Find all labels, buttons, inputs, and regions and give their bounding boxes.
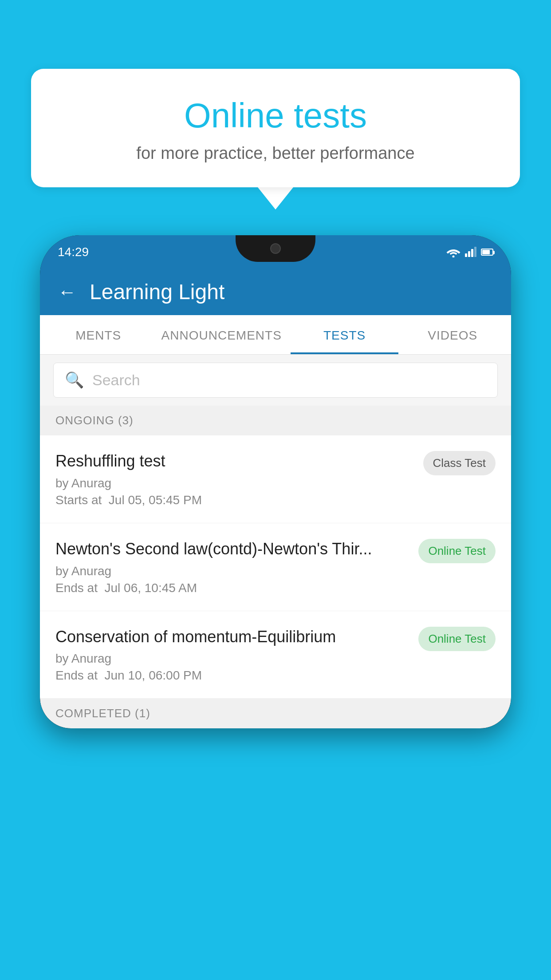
tab-ments[interactable]: MENTS <box>44 315 153 354</box>
test-name-reshuffling: Reshuffling test <box>55 451 414 472</box>
speech-bubble-card: Online tests for more practice, better p… <box>31 69 520 187</box>
test-badge-conservation: Online Test <box>418 627 496 651</box>
test-info-newtons: Newton's Second law(contd)-Newton's Thir… <box>55 539 409 595</box>
test-by-conservation: by Anurag <box>55 652 409 666</box>
back-button[interactable]: ← <box>58 281 76 303</box>
test-item-reshuffling[interactable]: Reshuffling test by Anurag Starts at Jul… <box>40 435 511 523</box>
speech-bubble-arrow <box>258 187 293 209</box>
test-info-reshuffling: Reshuffling test by Anurag Starts at Jul… <box>55 451 414 507</box>
tab-announcements[interactable]: ANNOUNCEMENTS <box>153 315 291 354</box>
search-input-box[interactable]: 🔍 Search <box>53 363 498 398</box>
test-badge-reshuffling: Class Test <box>423 451 496 475</box>
test-badge-newtons: Online Test <box>418 539 496 563</box>
speech-bubble-subtitle: for more practice, better performance <box>58 144 493 163</box>
status-time: 14:29 <box>58 245 89 259</box>
test-name-newtons: Newton's Second law(contd)-Newton's Thir… <box>55 539 409 560</box>
test-item-newtons[interactable]: Newton's Second law(contd)-Newton's Thir… <box>40 523 511 611</box>
search-placeholder: Search <box>92 371 140 389</box>
phone-mockup: 14:29 <box>40 235 511 980</box>
battery-icon <box>481 249 493 256</box>
phone-frame: 14:29 <box>40 235 511 728</box>
test-time-conservation: Ends at Jun 10, 06:00 PM <box>55 668 409 683</box>
test-item-conservation[interactable]: Conservation of momentum-Equilibrium by … <box>40 611 511 699</box>
svg-point-0 <box>453 255 455 257</box>
tab-videos[interactable]: VIDEOS <box>398 315 507 354</box>
tabs-bar: MENTS ANNOUNCEMENTS TESTS VIDEOS <box>40 315 511 355</box>
status-icons <box>446 247 493 257</box>
signal-icon <box>465 247 476 257</box>
test-info-conservation: Conservation of momentum-Equilibrium by … <box>55 627 409 683</box>
test-time-newtons: Ends at Jul 06, 10:45 AM <box>55 581 409 595</box>
status-bar: 14:29 <box>40 235 511 269</box>
speech-bubble-title: Online tests <box>58 95 493 136</box>
ongoing-section-header: ONGOING (3) <box>40 406 511 435</box>
search-container: 🔍 Search <box>40 355 511 406</box>
test-list: Reshuffling test by Anurag Starts at Jul… <box>40 435 511 699</box>
test-by-reshuffling: by Anurag <box>55 476 414 490</box>
app-header: ← Learning Light <box>40 269 511 315</box>
phone-screen: ← Learning Light MENTS ANNOUNCEMENTS TES… <box>40 269 511 728</box>
phone-notch <box>236 235 315 262</box>
phone-camera <box>270 243 281 254</box>
test-by-newtons: by Anurag <box>55 564 409 578</box>
test-name-conservation: Conservation of momentum-Equilibrium <box>55 627 409 648</box>
test-time-reshuffling: Starts at Jul 05, 05:45 PM <box>55 493 414 507</box>
speech-bubble-section: Online tests for more practice, better p… <box>31 69 520 209</box>
search-icon: 🔍 <box>65 371 84 389</box>
tab-tests[interactable]: TESTS <box>291 315 399 354</box>
wifi-icon <box>446 247 460 257</box>
app-title: Learning Light <box>90 280 224 304</box>
completed-section-header: COMPLETED (1) <box>40 699 511 728</box>
